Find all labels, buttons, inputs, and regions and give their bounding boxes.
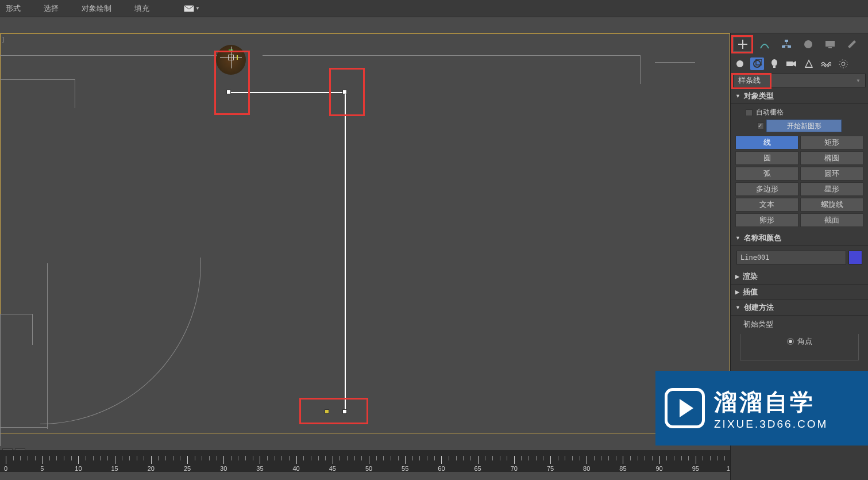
rollout-arrow-icon: ▶ bbox=[735, 274, 739, 279]
spline-vertex[interactable] bbox=[342, 90, 347, 94]
rectangle-button[interactable]: 矩形 bbox=[800, 136, 863, 149]
text-button[interactable]: 文本 bbox=[735, 198, 798, 212]
ruler-tick-label: 50 bbox=[365, 465, 372, 472]
donut-button[interactable]: 圆环 bbox=[800, 167, 863, 181]
corner-radio[interactable] bbox=[787, 338, 794, 345]
rollout-title: 渲染 bbox=[743, 271, 758, 282]
geometry-category[interactable] bbox=[733, 57, 747, 70]
helpers-category[interactable] bbox=[802, 57, 816, 70]
ruler-tick-label: 5 bbox=[40, 465, 44, 472]
new-shape-checkbox[interactable] bbox=[757, 122, 764, 129]
svg-rect-9 bbox=[825, 41, 835, 47]
ruler-tick-label: 100 bbox=[727, 465, 730, 472]
modify-tab[interactable] bbox=[755, 37, 774, 52]
ruler-tick-label: 75 bbox=[547, 465, 554, 472]
ruler-tick-label: 25 bbox=[184, 465, 191, 472]
watermark-logo bbox=[665, 388, 705, 428]
ruler-tick-label: 40 bbox=[292, 465, 299, 472]
watermark-title: 溜溜自学 bbox=[714, 386, 828, 418]
cad-line bbox=[0, 314, 1, 446]
hierarchy-tab[interactable] bbox=[777, 37, 796, 52]
lights-category[interactable] bbox=[767, 57, 781, 70]
door-arc bbox=[0, 102, 201, 424]
dropdown-label: 样条线 bbox=[738, 75, 761, 86]
svg-point-18 bbox=[842, 62, 845, 66]
motion-tab[interactable] bbox=[798, 37, 818, 52]
menu-object-paint[interactable]: 对象绘制 bbox=[82, 3, 111, 14]
ruler-tick-label: 90 bbox=[655, 465, 662, 472]
annotation-highlight bbox=[299, 398, 368, 424]
rollout-render[interactable]: ▶ 渲染 bbox=[731, 269, 868, 285]
svg-point-8 bbox=[804, 40, 812, 48]
object-color-swatch[interactable] bbox=[848, 251, 862, 264]
ruler-tick-label: 15 bbox=[111, 465, 118, 472]
chevron-down-icon: ▼ bbox=[856, 78, 861, 83]
svg-point-11 bbox=[736, 60, 743, 67]
initial-type-label: 初始类型 bbox=[734, 318, 865, 331]
rollout-arrow-icon: ▼ bbox=[735, 93, 740, 99]
rollout-title: 插值 bbox=[743, 287, 758, 297]
ruler-tick-label: 10 bbox=[75, 465, 82, 472]
circle-button[interactable]: 圆 bbox=[735, 151, 798, 165]
rollout-interpolation[interactable]: ▶ 插值 bbox=[731, 285, 868, 300]
corner-label: 角点 bbox=[797, 336, 812, 347]
ruler-tick-label: 55 bbox=[402, 465, 408, 472]
spline-vertex[interactable] bbox=[226, 90, 231, 94]
utilities-tab[interactable] bbox=[842, 37, 862, 52]
spline-vertex-active[interactable] bbox=[325, 409, 329, 414]
spline-vertex[interactable] bbox=[342, 409, 347, 414]
menu-fill[interactable]: 填充 bbox=[134, 3, 149, 14]
line-button[interactable]: 线 bbox=[735, 136, 798, 149]
svg-rect-10 bbox=[828, 47, 832, 48]
viewport[interactable]: ] bbox=[0, 33, 730, 480]
cad-line bbox=[263, 55, 641, 56]
shapes-category[interactable] bbox=[750, 57, 764, 70]
svg-rect-3 bbox=[785, 40, 788, 42]
ruler-tick-label: 85 bbox=[619, 465, 626, 472]
cad-line bbox=[0, 55, 219, 56]
start-new-shape-button[interactable]: 开始新图形 bbox=[766, 120, 842, 132]
autogrid-checkbox[interactable] bbox=[746, 109, 753, 116]
svg-point-19 bbox=[839, 60, 847, 68]
ellipse-button[interactable]: 椭圆 bbox=[800, 151, 863, 165]
spacewarps-category[interactable] bbox=[819, 57, 833, 70]
cad-line bbox=[75, 79, 75, 108]
top-menu-bar: 形式 选择 对象绘制 填充 ▼ bbox=[0, 0, 868, 17]
arc-button[interactable]: 弧 bbox=[735, 167, 798, 181]
create-tab[interactable] bbox=[733, 37, 753, 52]
ngon-button[interactable]: 多边形 bbox=[735, 182, 798, 196]
rollout-creation-method[interactable]: ▼ 创建方法 bbox=[731, 300, 868, 316]
helix-button[interactable]: 螺旋线 bbox=[800, 198, 863, 212]
rollout-name-color[interactable]: ▼ 名称和颜色 bbox=[731, 231, 868, 246]
rollout-title: 名称和颜色 bbox=[744, 233, 781, 243]
svg-point-14 bbox=[771, 59, 777, 66]
envelope-icon[interactable]: ▼ bbox=[184, 5, 200, 12]
section-button[interactable]: 截面 bbox=[800, 213, 863, 227]
spline-segment[interactable] bbox=[229, 92, 346, 93]
star-button[interactable]: 星形 bbox=[800, 182, 863, 196]
menu-select[interactable]: 选择 bbox=[44, 3, 59, 14]
egg-button[interactable]: 卵形 bbox=[735, 213, 798, 227]
display-tab[interactable] bbox=[820, 37, 840, 52]
systems-category[interactable] bbox=[836, 57, 850, 70]
autogrid-label: 自动栅格 bbox=[756, 107, 784, 117]
shapes-dropdown[interactable]: 样条线 ▼ bbox=[733, 74, 866, 87]
ruler-tick-label: 65 bbox=[474, 465, 481, 472]
cad-line bbox=[0, 314, 32, 314]
timeline-ruler[interactable]: 0510152025303540455055606570758085909510… bbox=[0, 450, 730, 472]
ruler-tick-label: 80 bbox=[583, 465, 590, 472]
svg-rect-5 bbox=[788, 45, 791, 48]
ruler-tick-label: 20 bbox=[148, 465, 155, 472]
object-name-input[interactable] bbox=[736, 251, 846, 264]
rollout-title: 对象类型 bbox=[744, 91, 774, 101]
cad-line bbox=[47, 263, 48, 429]
rollout-object-type[interactable]: ▼ 对象类型 bbox=[731, 89, 868, 104]
watermark-url: ZIXUE.3D66.COM bbox=[714, 418, 828, 431]
spline-segment[interactable] bbox=[345, 92, 346, 412]
rollout-arrow-icon: ▼ bbox=[735, 305, 740, 310]
ruler-tick-label: 45 bbox=[329, 465, 336, 472]
create-category-tabs bbox=[731, 55, 868, 72]
menu-format[interactable]: 形式 bbox=[6, 3, 21, 14]
svg-rect-15 bbox=[773, 66, 776, 68]
cameras-category[interactable] bbox=[785, 57, 798, 70]
